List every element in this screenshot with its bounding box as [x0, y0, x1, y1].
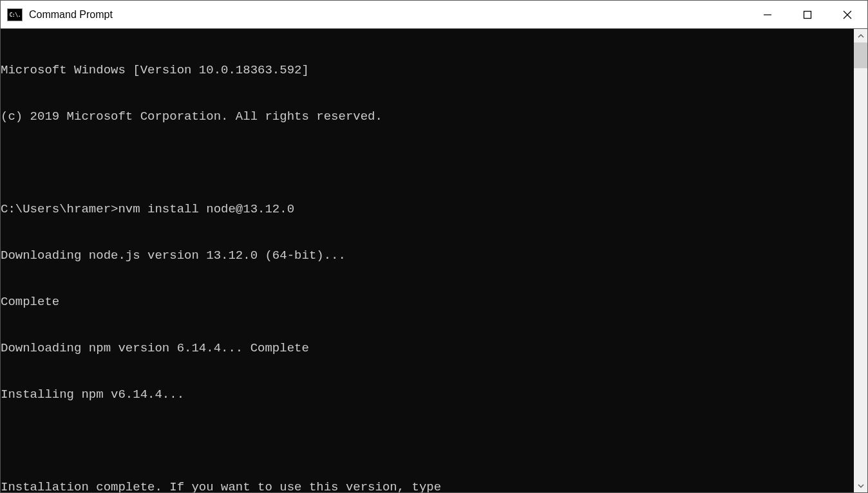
vertical-scrollbar[interactable] [854, 29, 867, 492]
terminal-line: C:\Users\hramer>nvm install node@13.12.0 [1, 201, 854, 217]
scroll-track[interactable] [854, 42, 867, 479]
terminal-line [1, 433, 854, 449]
terminal-line: Downloading node.js version 13.12.0 (64-… [1, 248, 854, 263]
terminal-area: Microsoft Windows [Version 10.0.18363.59… [1, 29, 867, 492]
terminal-line: Downloading npm version 6.14.4... Comple… [1, 340, 854, 356]
terminal-line: Installation complete. If you want to us… [1, 479, 854, 492]
terminal-line: (c) 2019 Microsoft Corporation. All righ… [1, 109, 854, 124]
svg-rect-1 [804, 11, 811, 18]
window-title: Command Prompt [29, 9, 748, 21]
terminal-line: Installing npm v6.14.4... [1, 387, 854, 402]
terminal-line: Microsoft Windows [Version 10.0.18363.59… [1, 62, 854, 78]
maximize-button[interactable] [788, 1, 827, 28]
scroll-down-arrow-icon[interactable] [854, 479, 867, 492]
titlebar[interactable]: C:\. Command Prompt [1, 1, 867, 29]
scroll-up-arrow-icon[interactable] [854, 29, 867, 42]
terminal-line: Complete [1, 294, 854, 310]
scroll-thumb[interactable] [854, 42, 867, 68]
cmd-app-icon: C:\. [7, 8, 23, 21]
terminal-line [1, 155, 854, 171]
close-button[interactable] [827, 1, 867, 28]
terminal-content[interactable]: Microsoft Windows [Version 10.0.18363.59… [1, 29, 854, 492]
minimize-button[interactable] [748, 1, 788, 28]
window-controls [748, 1, 867, 28]
